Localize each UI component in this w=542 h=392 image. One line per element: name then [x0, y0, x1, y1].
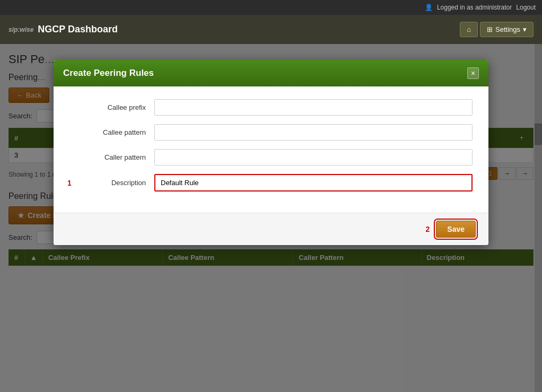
logout-link[interactable]: Logout	[516, 4, 536, 11]
callee-pattern-row: Callee pattern	[69, 124, 473, 141]
modal-dialog: Create Peering Rules × Callee prefix Cal…	[54, 60, 488, 245]
logged-in-text: Logged in as administrator	[437, 4, 512, 11]
settings-chevron-icon: ▾	[523, 25, 527, 33]
modal-close-button[interactable]: ×	[467, 67, 479, 79]
caller-pattern-label: Caller pattern	[69, 153, 154, 161]
home-icon: ⌂	[467, 25, 471, 33]
callee-prefix-row: Callee prefix	[69, 99, 473, 116]
home-button[interactable]: ⌂	[460, 22, 478, 37]
header-nav: ⌂ ⊞ Settings ▾	[460, 22, 534, 37]
settings-grid-icon: ⊞	[487, 25, 493, 33]
logo-prefix: sip:wise	[8, 26, 33, 33]
annotation-2: 2	[426, 225, 430, 233]
description-input[interactable]	[154, 174, 473, 191]
header: sip:wise NGCP Dashboard ⌂ ⊞ Settings ▾	[0, 15, 542, 44]
caller-pattern-row: Caller pattern	[69, 149, 473, 165]
save-button[interactable]: Save	[436, 221, 476, 238]
top-bar: 👤 Logged in as administrator Logout	[0, 0, 542, 15]
callee-pattern-input[interactable]	[154, 124, 473, 141]
modal-title: Create Peering Rules	[63, 68, 154, 79]
modal-footer: 2 Save	[54, 213, 488, 245]
settings-button[interactable]: ⊞ Settings ▾	[480, 22, 534, 37]
app-title: NGCP Dashboard	[38, 24, 118, 35]
callee-prefix-input[interactable]	[154, 99, 473, 116]
modal-header: Create Peering Rules ×	[54, 60, 488, 86]
logo: sip:wise NGCP Dashboard	[8, 24, 118, 35]
description-row: 1 Description	[69, 174, 473, 191]
annotation-1: 1	[67, 179, 72, 187]
description-label: Description	[69, 179, 154, 187]
settings-label: Settings	[495, 25, 520, 33]
user-icon: 👤	[425, 4, 433, 11]
caller-pattern-input[interactable]	[154, 149, 473, 165]
callee-prefix-label: Callee prefix	[69, 103, 154, 111]
callee-pattern-label: Callee pattern	[69, 128, 154, 136]
modal-overlay: Create Peering Rules × Callee prefix Cal…	[0, 44, 542, 392]
main-content: SIP Pe... Peering... ← Back Search: # Na…	[0, 44, 542, 392]
modal-body: Callee prefix Callee pattern Caller patt…	[54, 86, 488, 213]
